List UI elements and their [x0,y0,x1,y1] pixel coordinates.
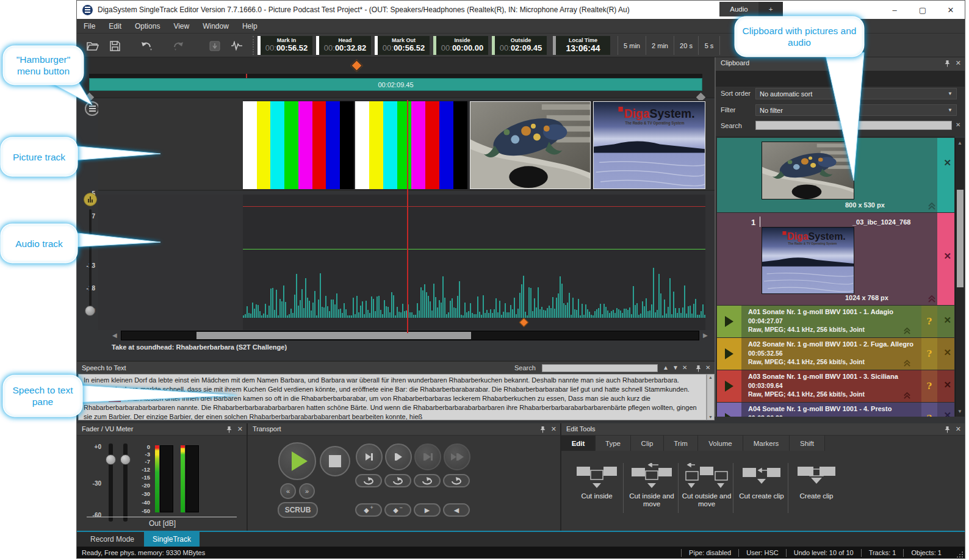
speech-scrollbar[interactable]: ▲ ▼ [707,374,715,420]
overview-ruler[interactable] [89,74,702,78]
clipboard-close-icon[interactable]: ✕ [956,59,961,67]
prev-marker-button[interactable]: ◀ [443,503,470,517]
clipboard-tab-add[interactable]: + [758,2,783,16]
waveform-tool-button[interactable] [228,38,245,54]
speech-search-input[interactable] [542,364,658,372]
item-play-button[interactable] [717,370,741,402]
play-to-mark-button[interactable] [356,443,383,470]
clipboard-search-clear-icon[interactable]: ✕ [956,121,960,128]
track-volume-knob[interactable] [85,306,95,316]
limit-envelope-line[interactable] [243,206,705,207]
loop-2-button[interactable] [384,474,411,487]
scroll-down-icon[interactable]: ▼ [708,415,713,419]
speech-transcript[interactable]: In einem kleinen Dorf da lebte einst ein… [78,374,707,420]
redo-button[interactable] [166,38,190,54]
scroll-down-icon[interactable]: ▼ [957,409,962,414]
zoom-20s-button[interactable]: 20 s [674,36,698,55]
remove-marker-button[interactable]: ◆− [384,503,411,517]
audio-track-icon[interactable] [84,193,97,206]
delete-item-icon[interactable]: ✕ [943,347,951,358]
undo-button[interactable] [134,38,159,54]
collapse-icon[interactable] [903,392,911,399]
clipboard-audio-item[interactable]: A01 Sonate Nr. 1 g-moll BWV 1001 - 1. Ad… [717,306,954,337]
play-button[interactable] [278,442,316,480]
search-prev-icon[interactable]: ▲ [663,364,669,371]
pin-icon[interactable] [945,426,950,433]
tab-trim[interactable]: Trim [664,436,698,451]
overview-selection-bar[interactable]: 00:02:09.45 [89,78,702,91]
save-button[interactable] [106,38,123,54]
collapse-icon[interactable] [928,203,936,210]
menu-edit[interactable]: Edit [102,19,128,34]
tool-cut-inside-move[interactable]: Cut inside and move [624,463,680,508]
minimize-button[interactable]: – [881,1,909,19]
pin-icon[interactable] [945,60,950,67]
close-button[interactable]: ✕ [937,1,965,19]
scroll-right-icon[interactable]: ▶ [703,332,708,339]
tab-shift[interactable]: Shift [790,436,825,451]
fader-left-knob[interactable] [106,454,116,465]
head-display[interactable]: Head 00:00:32.82 [316,36,371,55]
zoom-5min-button[interactable]: 5 min [618,36,646,55]
play-from-mark-button[interactable] [385,443,412,470]
play-around-marks-button[interactable] [444,443,470,470]
clipboard-audio-item[interactable]: A02 Sonate Nr. 1 g-moll BWV 1001 - 2. Fu… [717,338,954,370]
delete-item-icon[interactable]: ✕ [943,157,951,168]
next-marker-button[interactable]: ▶ [414,503,441,517]
tool-cut-outside-move[interactable]: Cut outside and move [679,463,735,508]
delete-item-icon[interactable]: ✕ [943,315,951,326]
search-next-icon[interactable]: ▼ [672,364,679,371]
picture-track[interactable] [98,100,715,191]
prelisten-button[interactable]: ? [921,338,937,370]
tool-cut-create-clip[interactable]: Cut create clip [733,463,790,500]
tab-volume[interactable]: Volume [698,436,743,451]
outside-display[interactable]: Outside 00:02:09.45 [492,36,547,55]
zoom-2min-button[interactable]: 2 min [646,36,674,55]
colorbars-image-2[interactable] [355,101,467,189]
filter-dropdown[interactable]: No filter▼ [755,104,957,116]
clipboard-audio-item[interactable]: A04 Sonate Nr. 1 g-moll BWV 1001 - 4. Pr… [717,403,954,417]
horizontal-scrollbar-thumb[interactable] [196,332,471,339]
inside-display[interactable]: Inside 00:00:00.00 [433,36,488,55]
item-play-button[interactable] [717,306,741,337]
digasystem-photo[interactable] [593,101,705,189]
scrub-button[interactable]: SCRUB [278,502,318,518]
track-volume-slider[interactable] [89,209,92,311]
lizard-photo[interactable] [470,101,591,189]
playhead[interactable] [407,100,408,333]
prelisten-button[interactable]: ? [921,306,937,337]
tool-cut-inside[interactable]: Cut inside [569,463,625,500]
delete-item-icon[interactable]: ✕ [943,410,951,417]
pin-icon[interactable] [540,426,546,433]
play-between-marks-button[interactable] [414,443,441,470]
collapse-icon[interactable] [903,328,911,334]
mark-in-display[interactable]: Mark In 00:00:56.52 [258,36,312,55]
audio-waveform[interactable] [243,256,705,318]
speech-panel-close-icon[interactable]: ✕ [705,364,710,371]
scroll-up-icon[interactable]: ▲ [708,375,713,379]
zoom-5s-button[interactable]: 5 s [698,36,720,55]
delete-item-icon[interactable]: ✕ [943,251,951,262]
clipboard-audio-item[interactable]: A03 Sonate Nr. 1 g-moll BWV 1001 - 3. Si… [717,370,954,402]
clipboard-scrollbar-thumb[interactable] [957,190,964,287]
tab-clip[interactable]: Clip [631,436,664,451]
hamburger-menu-button[interactable] [85,101,99,116]
fader-panel-close-icon[interactable]: ✕ [237,425,243,433]
loop-4-button[interactable] [443,474,470,487]
item-play-button[interactable] [717,338,741,370]
horizontal-scrollbar[interactable] [121,331,699,340]
collapse-icon[interactable] [928,295,936,303]
pin-icon[interactable] [226,426,232,433]
menu-options[interactable]: Options [128,19,167,34]
tab-edit[interactable]: Edit [561,436,596,451]
clipboard-tab-audio[interactable]: Audio [719,2,758,16]
stop-button[interactable] [320,446,350,476]
skip-back-button[interactable]: « [280,483,296,499]
audio-track[interactable] [98,195,715,330]
clipboard-search-input[interactable] [755,121,952,130]
prelisten-button[interactable]: ? [921,403,937,417]
loop-1-button[interactable] [355,474,382,487]
loop-3-button[interactable] [414,474,441,487]
edit-tools-close-icon[interactable]: ✕ [956,425,961,433]
colorbars-image-1[interactable] [243,101,354,189]
